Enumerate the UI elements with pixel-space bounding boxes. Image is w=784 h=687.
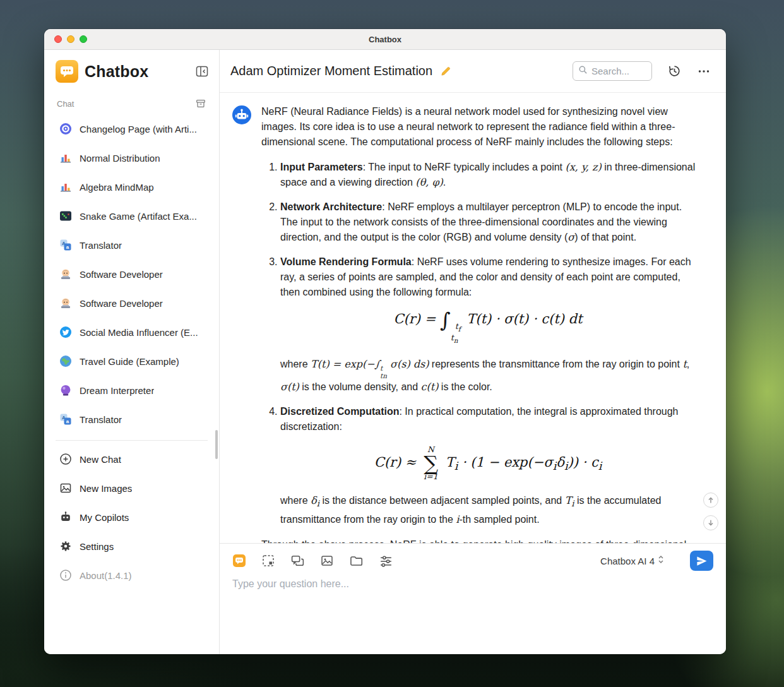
model-selector[interactable]: Chatbox AI 4	[600, 554, 665, 567]
discretized-formula: C(r) ≈ N∑i=1 Ti · (1 − exp(−σiδi)) · ci	[280, 446, 696, 481]
sidebar-chat-item[interactable]: Snake Game (Artifact Exa...	[50, 201, 213, 230]
titlebar: Chatbox	[44, 29, 726, 50]
scroll-buttons	[703, 493, 718, 530]
svg-text:a: a	[66, 244, 69, 250]
window-title: Chatbox	[369, 35, 401, 44]
chat-list: Changelog Page (with Arti... Normal Dist…	[44, 113, 219, 434]
info-icon	[59, 569, 72, 582]
robot-icon	[59, 511, 72, 523]
model-name: Chatbox AI 4	[600, 556, 655, 566]
rendering-formula: C(r) = ∫tftn T(t) · σ(t) · c(t) dt	[280, 311, 696, 344]
image-plus-icon	[59, 482, 72, 494]
send-button[interactable]	[690, 551, 713, 571]
sidebar-chat-item[interactable]: Aa Translator	[50, 405, 213, 434]
more-options-icon[interactable]	[697, 64, 711, 78]
close-button[interactable]	[54, 35, 62, 43]
step-input-parameters: Input Parameters: The input to NeRF typi…	[280, 160, 696, 190]
screenshot-select-icon[interactable]	[261, 554, 275, 568]
chatbox-window: Chatbox Chatbox Chat	[44, 29, 726, 654]
main-panel: Adam Optimizer Moment Estimation	[220, 50, 726, 654]
assistant-message: NeRF (Neural Radiance Fields) is a neura…	[232, 104, 696, 543]
step-network-architecture: Network Architecture: NeRF employs a mul…	[280, 200, 696, 245]
sidebar-actions: New Chat New Images My Copilots Settings…	[44, 445, 219, 590]
closing-paragraph: Through the above process, NeRF is able …	[261, 537, 696, 543]
sidebar-chat-item[interactable]: Changelog Page (with Arti...	[50, 114, 213, 143]
sidebar-scrollbar[interactable]	[215, 430, 218, 459]
sidebar-chat-item[interactable]: Travel Guide (Example)	[50, 347, 213, 376]
gear-icon	[59, 540, 72, 553]
conversation-header: Adam Optimizer Moment Estimation	[220, 50, 726, 93]
svg-text:a: a	[66, 419, 69, 424]
window-controls	[54, 29, 87, 49]
quote-messages-icon[interactable]	[290, 554, 305, 568]
intro-paragraph: NeRF (Neural Radiance Fields) is a neura…	[261, 104, 696, 150]
message-input[interactable]	[232, 578, 713, 642]
chatbox-copilot-icon[interactable]	[232, 554, 246, 568]
edit-title-icon[interactable]	[440, 66, 451, 77]
assistant-avatar	[232, 105, 251, 124]
translate-icon: Aa	[59, 413, 72, 426]
twitter-icon	[59, 326, 72, 338]
sidebar-chat-item[interactable]: Algebra MindMap	[50, 172, 213, 201]
bar-chart-icon	[59, 181, 72, 193]
sidebar: Chatbox Chat Changelog Page (with Arti..…	[44, 50, 220, 654]
search-icon	[578, 65, 588, 77]
composer: Chatbox AI 4	[220, 543, 726, 654]
changelog-icon	[59, 122, 72, 135]
search-box[interactable]	[573, 61, 652, 81]
attach-image-icon[interactable]	[320, 554, 334, 568]
sidebar-chat-item[interactable]: Dream Interpreter	[50, 376, 213, 405]
scroll-to-top-button[interactable]	[703, 493, 718, 508]
app-logo-icon	[56, 60, 78, 83]
sidebar-chat-item[interactable]: Social Media Influencer (E...	[50, 318, 213, 347]
history-icon[interactable]	[667, 64, 682, 78]
chevron-updown-icon	[657, 554, 665, 567]
my-copilots-button[interactable]: My Copilots	[50, 503, 213, 532]
sidebar-chat-item[interactable]: Software Developer	[50, 260, 213, 289]
sidebar-divider	[56, 440, 208, 441]
chat-area: NeRF (Neural Radiance Fields) is a neura…	[220, 93, 726, 543]
developer-icon	[59, 297, 72, 309]
composer-toolbar: Chatbox AI 4	[232, 551, 713, 571]
minimize-button[interactable]	[67, 35, 74, 43]
zoom-button[interactable]	[80, 35, 87, 43]
globe-icon	[59, 355, 72, 367]
sidebar-chat-item[interactable]: Aa Translator	[50, 230, 213, 260]
scroll-to-bottom-button[interactable]	[703, 515, 718, 530]
crystal-ball-icon	[59, 384, 72, 397]
about-button[interactable]: About(1.4.1)	[50, 561, 213, 590]
chat-section-label: Chat	[57, 99, 74, 109]
app-name: Chatbox	[85, 63, 148, 81]
sidebar-chat-item[interactable]: Software Developer	[50, 289, 213, 318]
collapse-sidebar-icon[interactable]	[195, 64, 209, 78]
new-images-button[interactable]: New Images	[50, 474, 213, 503]
settings-sliders-icon[interactable]	[379, 554, 393, 568]
translate-icon: Aa	[59, 239, 72, 251]
new-chat-button[interactable]: New Chat	[50, 445, 213, 474]
steps-list: Input Parameters: The input to NeRF typi…	[261, 160, 696, 527]
step-volume-rendering: Volume Rendering Formula: NeRF uses volu…	[280, 254, 696, 395]
settings-button[interactable]: Settings	[50, 532, 213, 561]
message-content: NeRF (Neural Radiance Fields) is a neura…	[261, 104, 696, 543]
archive-icon[interactable]	[195, 98, 206, 109]
step-discretized-computation: Discretized Computation: In practical co…	[280, 404, 696, 527]
attach-file-icon[interactable]	[349, 554, 364, 568]
search-input[interactable]	[591, 66, 642, 76]
sidebar-chat-item[interactable]: Normal Distribution	[50, 143, 213, 172]
plus-circle-icon	[59, 453, 72, 465]
game-icon	[59, 210, 72, 222]
developer-icon	[59, 268, 72, 280]
bar-chart-icon	[59, 152, 72, 164]
conversation-title: Adam Optimizer Moment Estimation	[230, 64, 432, 78]
